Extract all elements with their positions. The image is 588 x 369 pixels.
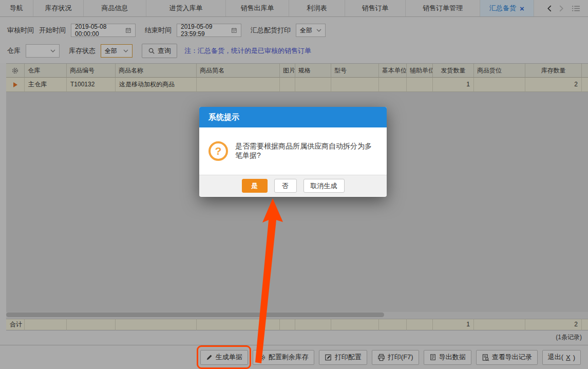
- dialog-title: 系统提示: [199, 107, 387, 127]
- cancel-generate-button[interactable]: 取消生成: [304, 179, 345, 193]
- yes-button[interactable]: 是: [242, 179, 268, 193]
- dialog-message: 是否需要根据商品所属供应商自动拆分为多笔单据?: [235, 142, 377, 160]
- question-mark-circle-icon: ?: [208, 141, 228, 161]
- system-prompt-dialog: 系统提示 ? 是否需要根据商品所属供应商自动拆分为多笔单据? 是 否 取消生成: [199, 107, 387, 197]
- no-button[interactable]: 否: [274, 179, 297, 193]
